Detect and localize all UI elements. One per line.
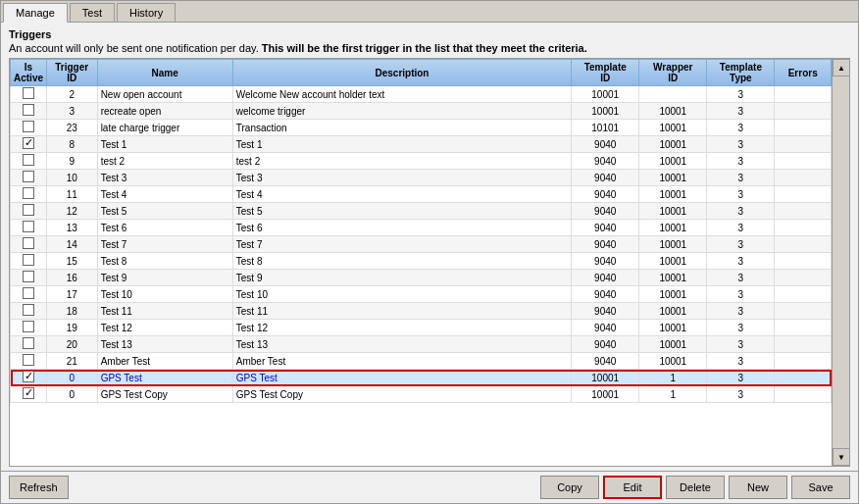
- row-description: Test 7: [232, 236, 571, 253]
- row-description: Test 5: [232, 203, 571, 220]
- row-active-checkbox[interactable]: [23, 104, 34, 116]
- row-trigger-id: 23: [46, 120, 97, 136]
- section-desc-normal: An account will only be sent one notific…: [9, 42, 259, 54]
- row-errors: [775, 220, 832, 236]
- row-template-type: 3: [707, 370, 775, 386]
- row-description: Test 9: [232, 270, 571, 286]
- refresh-button[interactable]: Refresh: [9, 476, 69, 499]
- row-template-type: 3: [707, 186, 775, 203]
- row-template-id: 10001: [572, 103, 639, 120]
- row-active-checkbox[interactable]: [23, 221, 34, 232]
- table-row[interactable]: 3recreate openwelcome trigger10001100013: [11, 103, 832, 120]
- triggers-table: IsActive TriggerID Name Description Temp…: [10, 59, 832, 403]
- row-wrapper-id: 10001: [639, 336, 707, 353]
- row-template-id: 9040: [572, 336, 639, 353]
- row-name: Test 13: [97, 336, 232, 353]
- row-wrapper-id: 10001: [639, 153, 707, 170]
- delete-button[interactable]: Delete: [666, 476, 725, 499]
- header-name: Name: [97, 60, 232, 86]
- row-errors: [775, 120, 832, 136]
- row-template-id: 9040: [572, 286, 639, 303]
- row-description: Welcome New account holder text: [232, 86, 571, 103]
- row-trigger-id: 21: [46, 353, 97, 370]
- row-template-type: 3: [707, 136, 775, 153]
- table-scroll-area[interactable]: IsActive TriggerID Name Description Temp…: [10, 59, 832, 466]
- table-row[interactable]: 2New open accountWelcome New account hol…: [11, 86, 832, 103]
- scroll-down-btn[interactable]: ▼: [833, 448, 850, 466]
- table-row[interactable]: 21Amber TestAmber Test9040100013: [11, 353, 832, 370]
- edit-button[interactable]: Edit: [603, 476, 662, 499]
- row-active-checkbox[interactable]: [23, 287, 34, 299]
- table-row[interactable]: 15Test 8Test 89040100013: [11, 253, 832, 270]
- row-errors: [775, 236, 832, 253]
- row-wrapper-id: 10001: [639, 136, 707, 153]
- table-row[interactable]: 9test 2test 29040100013: [11, 153, 832, 170]
- scroll-up-btn[interactable]: ▲: [833, 59, 850, 76]
- row-template-id: 10101: [572, 120, 639, 136]
- row-description: Test 10: [232, 286, 571, 303]
- row-description: GPS Test Copy: [232, 386, 571, 403]
- table-header-row: IsActive TriggerID Name Description Temp…: [11, 60, 832, 86]
- row-template-id: 9040: [572, 220, 639, 236]
- row-template-type: 3: [707, 120, 775, 136]
- row-trigger-id: 13: [46, 220, 97, 236]
- table-row[interactable]: 12Test 5Test 59040100013: [11, 203, 832, 220]
- header-is-active: IsActive: [11, 60, 47, 86]
- row-template-type: 3: [707, 103, 775, 120]
- row-template-id: 9040: [572, 136, 639, 153]
- tab-history[interactable]: History: [117, 3, 176, 22]
- row-active-checkbox[interactable]: [23, 337, 34, 349]
- row-description: Test 11: [232, 303, 571, 320]
- row-trigger-id: 16: [46, 270, 97, 286]
- table-row[interactable]: 11Test 4Test 49040100013: [11, 186, 832, 203]
- row-wrapper-id: 10001: [639, 320, 707, 336]
- row-errors: [775, 203, 832, 220]
- row-name: late charge trigger: [97, 120, 232, 136]
- tab-manage[interactable]: Manage: [3, 3, 68, 23]
- row-errors: [775, 386, 832, 403]
- table-row[interactable]: 16Test 9Test 99040100013: [11, 270, 832, 286]
- table-row[interactable]: 0GPS TestGPS Test1000113: [11, 370, 832, 386]
- row-active-checkbox[interactable]: [23, 371, 34, 382]
- table-row[interactable]: 20Test 13Test 139040100013: [11, 336, 832, 353]
- row-active-checkbox[interactable]: [23, 387, 34, 399]
- row-template-id: 10001: [572, 370, 639, 386]
- row-template-id: 9040: [572, 353, 639, 370]
- row-name: GPS Test Copy: [97, 386, 232, 403]
- tab-test[interactable]: Test: [70, 3, 115, 22]
- row-active-checkbox[interactable]: [23, 304, 34, 316]
- copy-button[interactable]: Copy: [540, 476, 599, 499]
- table-row[interactable]: 8Test 1Test 19040100013: [11, 136, 832, 153]
- row-active-checkbox[interactable]: [23, 187, 34, 199]
- table-row[interactable]: 19Test 12Test 129040100013: [11, 320, 832, 336]
- table-row[interactable]: 23late charge triggerTransaction10101100…: [11, 120, 832, 136]
- row-active-checkbox[interactable]: [23, 254, 34, 266]
- row-wrapper-id: 10001: [639, 203, 707, 220]
- row-template-type: 3: [707, 286, 775, 303]
- scrollbar[interactable]: ▲ ▼: [832, 59, 849, 466]
- header-template-id: TemplateID: [572, 60, 639, 86]
- row-active-checkbox[interactable]: [23, 237, 34, 249]
- row-active-checkbox[interactable]: [23, 87, 34, 99]
- table-row[interactable]: 14Test 7Test 79040100013: [11, 236, 832, 253]
- row-active-checkbox[interactable]: [23, 354, 34, 366]
- row-active-checkbox[interactable]: [23, 204, 34, 216]
- table-row[interactable]: 17Test 10Test 109040100013: [11, 286, 832, 303]
- row-trigger-id: 19: [46, 320, 97, 336]
- scrollbar-track[interactable]: [833, 76, 849, 448]
- row-active-checkbox[interactable]: [23, 137, 34, 149]
- table-row[interactable]: 0GPS Test CopyGPS Test Copy1000113: [11, 386, 832, 403]
- new-button[interactable]: New: [729, 476, 787, 499]
- header-template-type: TemplateType: [707, 60, 775, 86]
- row-active-checkbox[interactable]: [23, 271, 34, 282]
- table-row[interactable]: 18Test 11Test 119040100013: [11, 303, 832, 320]
- row-wrapper-id: 10001: [639, 353, 707, 370]
- row-active-checkbox[interactable]: [23, 171, 34, 182]
- table-row[interactable]: 13Test 6Test 69040100013: [11, 220, 832, 236]
- save-button[interactable]: Save: [791, 476, 850, 499]
- row-active-checkbox[interactable]: [23, 154, 34, 166]
- row-name: Test 8: [97, 253, 232, 270]
- table-row[interactable]: 10Test 3Test 39040100013: [11, 170, 832, 186]
- row-active-checkbox[interactable]: [23, 321, 34, 332]
- row-active-checkbox[interactable]: [23, 121, 34, 132]
